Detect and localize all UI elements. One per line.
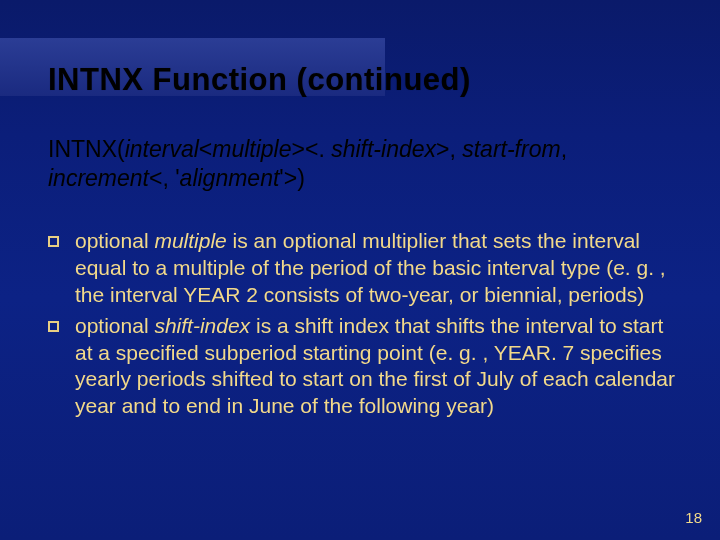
syntax-gt2: >, — [436, 136, 462, 162]
bullet-keyword: shift-index — [154, 314, 250, 337]
syntax-incr: increment — [48, 165, 149, 191]
syntax-tail: '>) — [279, 165, 304, 191]
syntax-comma2: , — [561, 136, 567, 162]
bullet-text: optional multiple is an optional multipl… — [75, 228, 686, 309]
syntax-lt2: <, ' — [149, 165, 180, 191]
syntax-shift: shift-index — [331, 136, 436, 162]
slide-title: INTNX Function (continued) — [48, 62, 471, 98]
syntax-line: INTNX(interval<multiple><. shift-index>,… — [48, 135, 690, 193]
syntax-gt1: ><. — [292, 136, 332, 162]
page-number: 18 — [685, 509, 702, 526]
bullet-text: optional shift-index is a shift index th… — [75, 313, 686, 421]
syntax-align: alignment — [180, 165, 280, 191]
bullet-pre: optional — [75, 229, 154, 252]
list-item: optional shift-index is a shift index th… — [48, 313, 686, 421]
syntax-fn: INTNX( — [48, 136, 125, 162]
syntax-start: start-from — [462, 136, 560, 162]
square-bullet-icon — [48, 236, 59, 247]
bullet-pre: optional — [75, 314, 154, 337]
syntax-lt1: < — [199, 136, 212, 162]
list-item: optional multiple is an optional multipl… — [48, 228, 686, 309]
syntax-interval: interval — [125, 136, 199, 162]
bullet-list: optional multiple is an optional multipl… — [48, 228, 686, 424]
bullet-keyword: multiple — [154, 229, 226, 252]
square-bullet-icon — [48, 321, 59, 332]
syntax-multiple: multiple — [212, 136, 291, 162]
slide: INTNX Function (continued) INTNX(interva… — [0, 0, 720, 540]
